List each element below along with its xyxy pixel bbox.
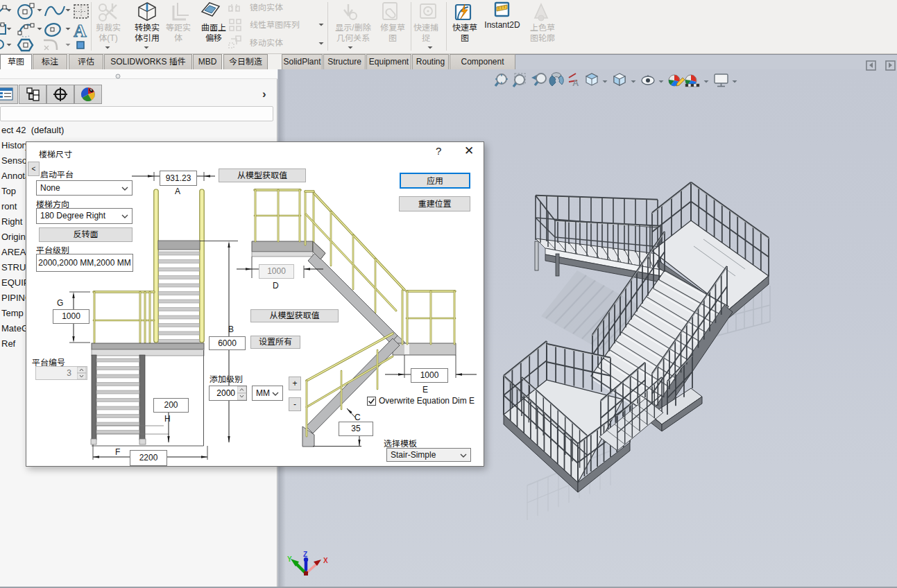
svg-text:X: X bbox=[323, 557, 328, 564]
svg-text:A: A bbox=[74, 21, 87, 41]
svg-text:Y: Y bbox=[287, 555, 292, 563]
svg-text:Z: Z bbox=[303, 551, 307, 558]
svg-text:A: A bbox=[572, 78, 579, 88]
